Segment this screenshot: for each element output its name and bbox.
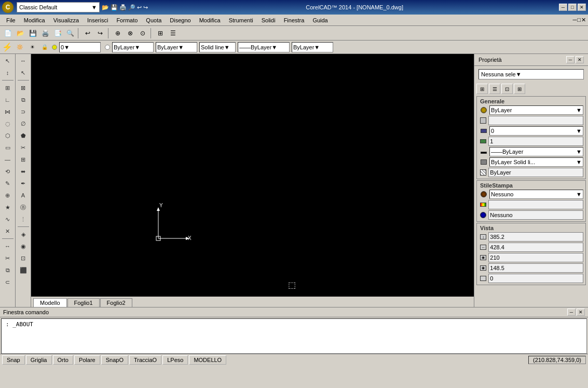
tool2-14[interactable]: ⋮ <box>18 213 29 225</box>
tool-add[interactable]: ⊕ <box>2 190 13 201</box>
canvas-area[interactable]: Y X ⬚ Modello Foglio1 Foglio2 <box>31 54 474 307</box>
menu-visualizza[interactable]: Visualizza <box>49 16 83 24</box>
tool2-3[interactable]: ⊠ <box>18 82 29 93</box>
tool2-16[interactable]: ◉ <box>18 240 29 252</box>
tab-foglio2[interactable]: Foglio2 <box>100 298 132 307</box>
tool-grid[interactable]: ⊞ <box>2 82 13 93</box>
modello-btn[interactable]: MODELLO <box>189 355 226 365</box>
tool2-13[interactable]: ⓐ <box>18 202 29 213</box>
layer-input[interactable]: 0 ▼ <box>489 126 583 136</box>
preview-btn[interactable]: 🔍 <box>64 28 76 39</box>
redo-btn[interactable]: ↪ <box>94 28 106 39</box>
tool-cross[interactable]: ✕ <box>2 225 13 237</box>
tracciao-btn[interactable]: TracciaO <box>129 355 161 365</box>
tool-move[interactable]: ↔ <box>2 240 13 252</box>
save-btn[interactable]: 💾 <box>27 28 38 39</box>
griglia-btn[interactable]: Griglia <box>26 355 52 365</box>
sub-maximize-button[interactable]: □ <box>577 17 581 23</box>
color-dropdown[interactable]: ByLayer ▼ <box>112 42 154 52</box>
sub-close-button[interactable]: ✕ <box>581 17 586 23</box>
menu-file[interactable]: File <box>2 16 20 24</box>
layer-mgr-btn[interactable]: ⚡ <box>2 42 12 52</box>
command-content[interactable]: : _ABOUT <box>1 318 587 354</box>
bylayer4-input[interactable]: ByLayer <box>488 168 583 177</box>
tool-trim[interactable]: ✂ <box>2 252 13 264</box>
tool2-12[interactable]: A <box>18 190 29 201</box>
tool2-1[interactable]: ↔ <box>18 55 29 66</box>
vista-v4[interactable]: 148.5 <box>488 263 583 273</box>
selection-dropdown[interactable]: Nessuna sele ▼ <box>478 69 584 79</box>
lineweight-dropdown[interactable]: ——ByLayer ▼ <box>238 42 290 52</box>
tool2-15[interactable]: ◈ <box>18 229 29 240</box>
tool2-6[interactable]: ∅ <box>18 118 29 129</box>
color-input[interactable]: ByLayer ▼ <box>489 105 583 115</box>
snap-btn[interactable]: ⊕ <box>112 28 124 39</box>
tool2-5[interactable]: ⊃ <box>18 106 29 117</box>
layer-visible-btn[interactable]: 🔆 <box>15 42 25 52</box>
tool-star[interactable]: ★ <box>2 202 13 213</box>
snap2-btn[interactable]: ⊗ <box>125 28 136 39</box>
tool-arrow[interactable]: ↕ <box>2 67 13 78</box>
prop-icon-2[interactable]: ☰ <box>489 84 500 94</box>
tool2-9[interactable]: ⊞ <box>18 154 29 165</box>
nessuno1-input[interactable]: Nessuno ▼ <box>489 190 583 199</box>
polare-btn[interactable]: Polare <box>74 355 100 365</box>
prop-icon-1[interactable]: ⊞ <box>476 84 488 94</box>
menu-finestra[interactable]: Finestra <box>280 16 309 24</box>
tool-rotate[interactable]: ⟲ <box>2 166 13 177</box>
snap3-btn[interactable]: ⊙ <box>137 28 148 39</box>
prop-icon-3[interactable]: ⊡ <box>501 84 513 94</box>
tool2-2[interactable]: ↖ <box>18 67 29 78</box>
open-btn[interactable]: 📂 <box>15 28 26 39</box>
tool-rect[interactable]: ▭ <box>2 142 13 153</box>
maximize-button[interactable]: □ <box>568 4 577 11</box>
val1-input[interactable]: 1 <box>488 137 583 146</box>
close-button[interactable]: ✕ <box>578 4 586 11</box>
extra-dropdown[interactable]: ByLayer ▼ <box>292 42 333 52</box>
tool-select[interactable]: ↖ <box>2 55 13 66</box>
orto-btn[interactable]: Orto <box>53 355 73 365</box>
menu-disegno[interactable]: Disegno <box>166 16 195 24</box>
minimize-button[interactable]: ─ <box>559 4 567 11</box>
tool2-17[interactable]: ⊡ <box>18 252 29 264</box>
linetype-dropdown[interactable]: ByLayer ▼ <box>156 42 197 52</box>
undo-btn[interactable]: ↩ <box>82 28 93 39</box>
menu-strumenti[interactable]: Strumenti <box>225 16 257 24</box>
snap-btn-status[interactable]: Snap <box>2 355 25 365</box>
panel-close-btn[interactable]: ✕ <box>576 56 584 63</box>
tool2-4[interactable]: ⧉ <box>18 94 29 105</box>
menu-guida[interactable]: Guida <box>308 16 332 24</box>
panel-min-btn[interactable]: ─ <box>566 56 575 63</box>
tool2-10[interactable]: ⬌ <box>18 166 29 177</box>
vista-v3[interactable]: 210 <box>488 253 583 262</box>
tool2-18[interactable]: ⬛ <box>18 264 29 276</box>
menu-modifica2[interactable]: Modifica <box>195 16 225 24</box>
linestyle-dropdown[interactable]: Solid line ▼ <box>199 42 236 52</box>
vista-v2[interactable]: 428.4 <box>488 243 583 252</box>
tool-line[interactable]: — <box>2 154 13 165</box>
vista-v5[interactable]: 0 <box>488 274 583 283</box>
stamp-input2[interactable] <box>488 200 583 209</box>
tool2-8[interactable]: ✂ <box>18 142 29 153</box>
snapo-btn[interactable]: SnapO <box>101 355 128 365</box>
lpeso-btn[interactable]: LPeso <box>162 355 188 365</box>
layer-name-dropdown[interactable]: 0 ▼ <box>59 42 101 52</box>
bylayer3-input[interactable]: ByLayer Solid li... ▼ <box>489 157 583 167</box>
print2-btn[interactable]: 📑 <box>52 28 63 39</box>
tool-ch1[interactable]: ⋈ <box>2 106 13 117</box>
tool2-11[interactable]: ✒ <box>18 178 29 189</box>
new-btn[interactable]: 📄 <box>2 28 13 39</box>
nessuno2-input[interactable]: Nessuno <box>488 210 583 220</box>
tool1-btn[interactable]: ⊞ <box>155 28 166 39</box>
layer-lock-btn[interactable]: 🔒 <box>39 42 50 52</box>
tool-angle[interactable]: ∟ <box>2 94 13 105</box>
entity-input[interactable] <box>488 116 583 125</box>
menu-formato[interactable]: Formato <box>112 16 142 24</box>
tab-foglio1[interactable]: Foglio1 <box>67 298 100 307</box>
tool-hex[interactable]: ⬡ <box>2 130 13 141</box>
bylayer2-input[interactable]: ——ByLayer ▼ <box>489 147 583 156</box>
vista-v1[interactable]: 385.2 <box>488 232 583 242</box>
print-btn[interactable]: 🖨️ <box>39 28 51 39</box>
workspace-dropdown[interactable]: Classic Default ▼ <box>17 2 100 12</box>
tool-mirror[interactable]: ⊂ <box>2 276 13 288</box>
